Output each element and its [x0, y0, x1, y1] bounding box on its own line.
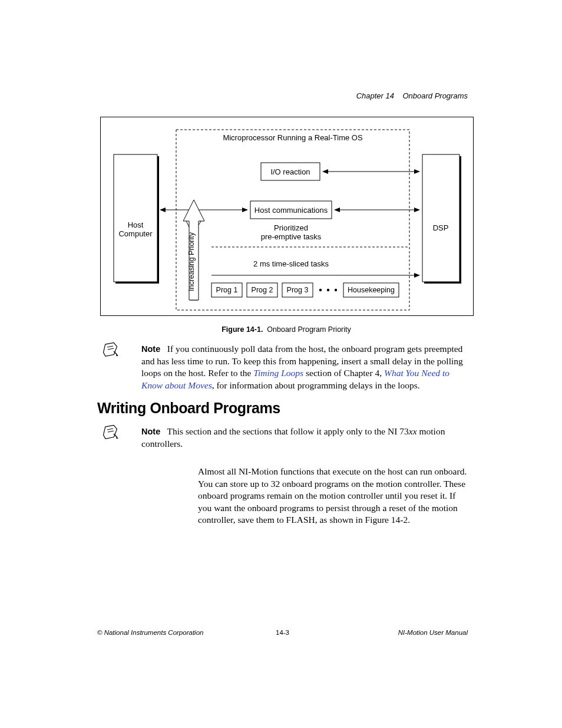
- svg-point-19: [335, 289, 337, 291]
- prog2: Prog 2: [252, 286, 273, 294]
- prioritized-line1: Prioritized: [274, 223, 308, 232]
- sliced-label: 2 ms time-sliced tasks: [253, 259, 329, 268]
- host-line1: Host: [128, 220, 144, 229]
- note-icon: [103, 424, 118, 440]
- note1-text-b: section of Chapter 4,: [303, 368, 384, 378]
- svg-rect-6: [422, 154, 459, 282]
- svg-marker-27: [103, 424, 117, 440]
- figure-caption-label: Figure 14-1.: [222, 325, 263, 334]
- prioritized-line2: pre-emptive tasks: [261, 232, 322, 241]
- section-heading: Writing Onboard Programs: [97, 400, 280, 417]
- svg-point-17: [319, 289, 322, 291]
- dsp-label: DSP: [433, 223, 449, 232]
- svg-rect-4: [114, 154, 157, 282]
- os-label: Microprocessor Running a Real-Time OS: [223, 133, 363, 142]
- host-line2: Computer: [118, 229, 153, 238]
- note-1: Note If you continuously poll data from …: [141, 343, 471, 391]
- footer-right: NI-Motion User Manual: [398, 629, 468, 636]
- body-paragraph: Almost all NI-Motion functions that exec…: [198, 466, 469, 526]
- figure-caption-text: Onboard Program Priority: [267, 325, 351, 334]
- note-2: Note This section and the sections that …: [141, 426, 471, 450]
- page-footer: © National Instruments Corporation 14-3 …: [97, 629, 468, 636]
- note2-xx: xx: [409, 426, 417, 436]
- page: Chapter 14 Onboard Programs Host Compute…: [0, 0, 562, 728]
- note-label: Note: [141, 344, 160, 354]
- io-reaction-label: I/O reaction: [270, 167, 310, 176]
- chapter-number: Chapter 14: [356, 91, 394, 100]
- note-label: Note: [141, 427, 160, 436]
- note1-text-c: , for information about programming dela…: [212, 380, 420, 390]
- housekeeping: Housekeeping: [348, 286, 395, 294]
- figure-caption: Figure 14-1. Onboard Program Priority: [100, 325, 472, 334]
- prog1: Prog 1: [216, 286, 238, 294]
- running-header: Chapter 14 Onboard Programs: [356, 91, 468, 100]
- prog3: Prog 3: [287, 286, 309, 294]
- figure-svg: Host Computer DSP Microprocessor Running…: [101, 117, 473, 315]
- host-comm-label: Host communications: [254, 206, 328, 215]
- note-icon: [103, 342, 118, 357]
- priority-arrow-label: Increasing Priority: [187, 232, 196, 291]
- note2-text-a: This section and the sections that follo…: [167, 426, 409, 436]
- timing-loops-link[interactable]: Timing Loops: [253, 368, 303, 378]
- svg-point-18: [327, 289, 329, 291]
- chapter-title: Onboard Programs: [402, 91, 468, 100]
- figure-diagram: Host Computer DSP Microprocessor Running…: [100, 117, 474, 316]
- svg-marker-23: [103, 342, 117, 357]
